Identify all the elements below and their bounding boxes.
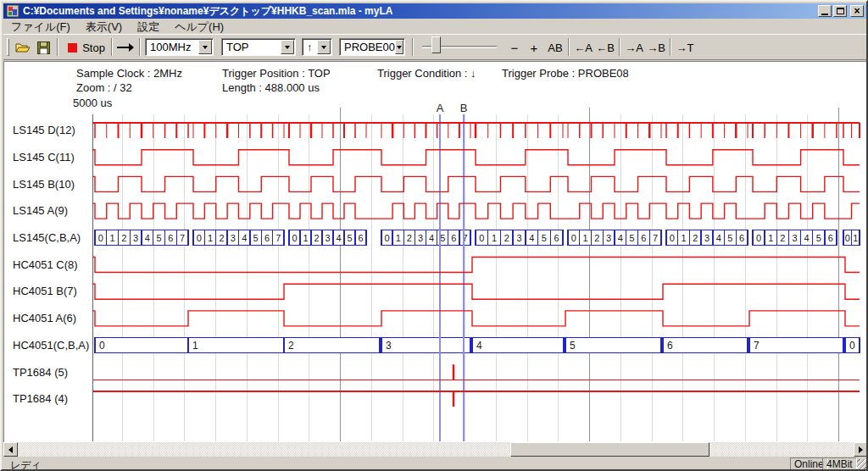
minimize-button[interactable] <box>818 5 832 17</box>
channel-label: LS145 C(11) <box>13 151 75 164</box>
clock-select-value: 100MHz <box>146 41 198 53</box>
triangle-right-icon <box>859 446 863 453</box>
run-button[interactable] <box>115 37 136 58</box>
window-title: C:¥Documents and Settings¥noname¥デスクトップ¥… <box>23 4 392 19</box>
toolbar-grip <box>7 38 9 56</box>
trigger-condition-text: Trigger Condition : ↓ <box>377 67 476 80</box>
trigger-probe-text: Trigger Probe : PROBE08 <box>502 67 629 80</box>
channel-label: LS145 B(10) <box>13 178 75 191</box>
time-division-label: 5000 us <box>73 97 112 109</box>
app-icon <box>6 4 19 18</box>
ab-span-button[interactable]: AB <box>545 37 565 58</box>
goto-trigger-button[interactable]: →T <box>674 37 696 58</box>
title-bar[interactable]: C:¥Documents and Settings¥noname¥デスクトップ¥… <box>3 3 866 19</box>
channel-label: HC4051 C(8) <box>13 258 78 272</box>
trigger-position-value: TOP <box>222 41 281 53</box>
channel-label: TP1684 (5) <box>13 366 68 380</box>
chevron-down-icon[interactable] <box>281 40 294 54</box>
menu-item-view[interactable]: 表示(V) <box>78 19 130 36</box>
toolbar-separator <box>111 38 113 56</box>
scroll-right-button[interactable] <box>854 442 868 457</box>
channel-label: LS145(C,B,A) <box>13 231 81 245</box>
stop-icon <box>68 43 77 53</box>
zoom-slider-thumb[interactable] <box>431 36 441 53</box>
toolbar-separator <box>670 38 671 56</box>
zoom-out-button[interactable]: − <box>507 37 522 58</box>
chevron-down-icon[interactable] <box>395 40 403 54</box>
probe-select-value: PROBE00 <box>340 41 395 53</box>
maximize-button[interactable] <box>833 5 847 17</box>
status-ready-text: レディ <box>10 458 42 471</box>
memory-badge: 4MBit <box>822 457 857 470</box>
menu-bar: ファイル(F) 表示(V) 設定 ヘルプ(H) <box>3 19 866 34</box>
probe-select[interactable]: PROBE00 <box>339 38 405 56</box>
scrollbar-thumb[interactable] <box>510 442 709 457</box>
goto-marker-a-button[interactable]: ←A <box>572 37 594 58</box>
waveform-area[interactable] <box>92 114 860 441</box>
toolbar-separator <box>412 38 414 56</box>
stop-button-label: Stop <box>82 42 105 54</box>
floppy-icon <box>37 42 50 54</box>
menu-item-settings[interactable]: 設定 <box>130 19 167 36</box>
zoom-in-button[interactable]: + <box>526 37 542 58</box>
trigger-position-text: Trigger Position : TOP <box>222 67 331 80</box>
goto-marker-b-button[interactable]: ←B <box>594 37 616 58</box>
record-length-text: Length : 488.000 us <box>222 81 320 94</box>
set-marker-a-button[interactable]: →A <box>623 37 645 58</box>
toolbar-separator <box>568 38 570 56</box>
trigger-edge-select[interactable]: ↑ <box>302 38 332 56</box>
arrow-right-icon <box>116 43 135 52</box>
channel-label: HC4051 B(7) <box>13 285 77 298</box>
chevron-down-icon[interactable] <box>317 40 331 54</box>
folder-open-icon <box>15 42 31 53</box>
toolbar-separator <box>619 38 620 56</box>
sample-clock-text: Sample Clock : 2MHz <box>76 67 182 80</box>
toolbar-separator <box>57 38 58 56</box>
trigger-edge-value: ↑ <box>303 41 317 53</box>
channel-label: TP1684 (4) <box>13 392 68 406</box>
marker-b-label[interactable]: B <box>458 102 470 114</box>
open-button[interactable] <box>14 37 32 58</box>
zoom-factor-text: Zoom : / 32 <box>76 81 132 94</box>
menu-item-file[interactable]: ファイル(F) <box>3 19 78 36</box>
channel-label: LS145 A(9) <box>13 204 68 218</box>
trigger-position-select[interactable]: TOP <box>221 38 296 56</box>
scroll-left-button[interactable] <box>3 442 18 457</box>
stop-button[interactable]: Stop <box>64 37 108 58</box>
close-button[interactable]: × <box>850 5 864 17</box>
set-marker-b-button[interactable]: →B <box>645 37 667 58</box>
triangle-left-icon <box>8 446 13 453</box>
channel-label: HC4051 A(6) <box>13 312 76 325</box>
channel-label: LS145 D(12) <box>13 124 75 137</box>
status-bar: レディ Online 4MBit <box>3 457 868 471</box>
toolbar: Stop 100MHz TOP ↑ PROBE00 − <box>3 34 866 60</box>
resize-grip[interactable] <box>857 459 868 470</box>
channel-label: HC4051(C,B,A) <box>13 339 89 352</box>
chevron-down-icon[interactable] <box>198 40 212 54</box>
app-window: C:¥Documents and Settings¥noname¥デスクトップ¥… <box>0 0 868 471</box>
horizontal-scrollbar[interactable] <box>3 442 868 457</box>
clock-select[interactable]: 100MHz <box>145 38 214 56</box>
menu-item-help[interactable]: ヘルプ(H) <box>167 19 231 36</box>
toolbar-separator <box>139 38 141 56</box>
save-button[interactable] <box>34 37 53 58</box>
marker-a-label[interactable]: A <box>434 102 446 114</box>
